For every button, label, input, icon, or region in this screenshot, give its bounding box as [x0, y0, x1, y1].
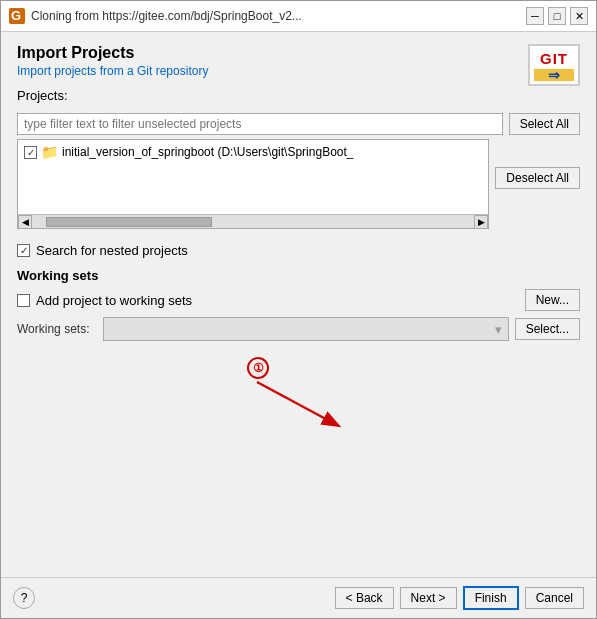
spacer-top — [495, 139, 580, 163]
nested-projects-label: Search for nested projects — [36, 243, 188, 258]
page-subtitle: Import projects from a Git repository — [17, 64, 208, 78]
list-area: ✓ 📁 initial_version_of_springboot (D:\Us… — [17, 139, 580, 229]
app-icon: G — [9, 8, 25, 24]
nested-projects-checkbox[interactable]: ✓ — [17, 244, 30, 257]
scrollbar-thumb[interactable] — [46, 217, 212, 227]
svg-line-3 — [257, 382, 337, 425]
scrollbar-track — [46, 217, 460, 227]
finish-button[interactable]: Finish — [463, 586, 519, 610]
project-name: initial_version_of_springboot (D:\Users\… — [62, 145, 354, 159]
page-title: Import Projects — [17, 44, 208, 62]
help-button[interactable]: ? — [13, 587, 35, 609]
chevron-down-icon: ▾ — [495, 322, 502, 337]
cancel-button[interactable]: Cancel — [525, 587, 584, 609]
nested-projects-row: ✓ Search for nested projects — [17, 243, 580, 258]
add-working-set-label: Add project to working sets — [36, 293, 192, 308]
git-arrow-icon: ⇒ — [548, 67, 560, 83]
checkmark-icon: ✓ — [27, 147, 35, 158]
annotation-area: ① — [17, 347, 580, 565]
working-sets-section: Working sets Add project to working sets… — [17, 268, 580, 341]
git-decoration: ⇒ — [534, 69, 574, 81]
header-text-area: Import Projects Import projects from a G… — [17, 44, 208, 88]
maximize-button[interactable]: □ — [548, 7, 566, 25]
deselect-all-button[interactable]: Deselect All — [495, 167, 580, 189]
projects-label: Projects: — [17, 88, 580, 103]
nested-checkmark-icon: ✓ — [20, 245, 28, 256]
new-button[interactable]: New... — [525, 289, 580, 311]
git-logo: GIT ⇒ — [528, 44, 580, 86]
annotation-arrow — [217, 367, 377, 437]
scroll-left-arrow[interactable]: ◀ — [18, 215, 32, 229]
add-working-set-row: Add project to working sets New... — [17, 289, 580, 311]
next-button[interactable]: Next > — [400, 587, 457, 609]
bottom-bar: ? < Back Next > Finish Cancel — [1, 577, 596, 618]
filter-row: Select All — [17, 113, 580, 135]
select-all-button[interactable]: Select All — [509, 113, 580, 135]
window-title: Cloning from https://gitee.com/bdj/Sprin… — [31, 9, 520, 23]
back-button[interactable]: < Back — [335, 587, 394, 609]
window-controls: ─ □ ✕ — [526, 7, 588, 25]
add-working-set-checkbox[interactable] — [17, 294, 30, 307]
projects-section: Projects: Select All ✓ 📁 initial_version… — [17, 88, 580, 229]
working-sets-label-row: Working sets: ▾ Select... — [17, 317, 580, 341]
minimize-button[interactable]: ─ — [526, 7, 544, 25]
project-checkbox[interactable]: ✓ — [24, 146, 37, 159]
svg-text:G: G — [11, 8, 21, 23]
header-area: Import Projects Import projects from a G… — [17, 44, 580, 88]
list-item: ✓ 📁 initial_version_of_springboot (D:\Us… — [18, 140, 488, 164]
scroll-right-arrow[interactable]: ▶ — [474, 215, 488, 229]
horizontal-scrollbar[interactable]: ◀ ▶ — [18, 214, 488, 228]
filter-input[interactable] — [17, 113, 503, 135]
working-sets-header: Working sets — [17, 268, 580, 283]
git-text: GIT — [540, 50, 568, 67]
close-button[interactable]: ✕ — [570, 7, 588, 25]
main-window: G Cloning from https://gitee.com/bdj/Spr… — [0, 0, 597, 619]
list-buttons: Deselect All — [495, 139, 580, 229]
working-sets-dropdown[interactable]: ▾ — [103, 317, 509, 341]
project-list: ✓ 📁 initial_version_of_springboot (D:\Us… — [17, 139, 489, 229]
folder-icon: 📁 — [41, 144, 58, 160]
scrollbar-container: ◀ ▶ — [18, 214, 488, 228]
select-button[interactable]: Select... — [515, 318, 580, 340]
content-area: Import Projects Import projects from a G… — [1, 32, 596, 577]
title-bar: G Cloning from https://gitee.com/bdj/Spr… — [1, 1, 596, 32]
working-sets-label: Working sets: — [17, 322, 97, 336]
